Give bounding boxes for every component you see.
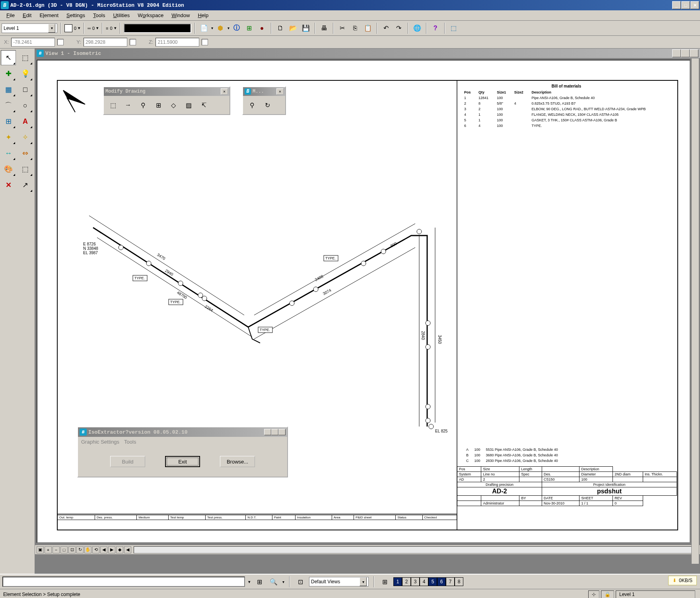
view-tab-4[interactable]: 4 xyxy=(420,577,428,586)
view-restore-button[interactable]: ❐ xyxy=(681,49,690,57)
accudraw-icon[interactable]: ⊞ xyxy=(244,23,255,34)
y-lock-checkbox[interactable] xyxy=(130,39,136,45)
view-camera-icon[interactable]: ◆ xyxy=(116,546,123,553)
dimension-tool[interactable]: ⇔ xyxy=(18,146,33,161)
new-file-icon[interactable]: 📄 xyxy=(198,23,210,34)
cells-tool[interactable]: ✦ xyxy=(1,130,16,145)
view-tab-7[interactable]: 7 xyxy=(446,577,455,586)
dropdown-icon[interactable]: ▾ xyxy=(96,25,99,31)
modify-tool-3[interactable]: ⚲ xyxy=(136,98,150,112)
redo-icon[interactable]: ↷ xyxy=(393,23,404,34)
cut-icon[interactable]: ✂ xyxy=(337,23,348,34)
build-button[interactable]: Build xyxy=(110,456,145,467)
copy-icon[interactable]: ⎘ xyxy=(350,23,361,34)
undo-icon[interactable]: ↶ xyxy=(381,23,392,34)
small-tool-1[interactable]: ⚲ xyxy=(245,98,259,112)
pattern-tool[interactable]: ▦ xyxy=(1,82,16,97)
keyin-input[interactable] xyxy=(2,577,245,587)
menu-tools[interactable]: Tools xyxy=(89,12,109,19)
view-next-icon[interactable]: ◀ xyxy=(100,546,107,553)
isoextractor-dialog[interactable]: B IsoExtractor?version 08.05.02.10 _ □ ✕… xyxy=(77,427,288,477)
modify-tool[interactable]: ↗ xyxy=(18,177,33,193)
horizontal-scrollbar[interactable] xyxy=(134,546,698,553)
z-lock-checkbox[interactable] xyxy=(202,39,208,45)
menu-utilities[interactable]: Utilities xyxy=(109,12,134,19)
view-copy-icon[interactable]: ▶ xyxy=(108,546,115,553)
x-lock-checkbox[interactable] xyxy=(57,39,64,45)
menu-workspace[interactable]: Workspace xyxy=(134,12,167,19)
menu-edit[interactable]: Edit xyxy=(19,12,35,19)
view-group-icon[interactable]: ⊡ xyxy=(295,576,306,587)
view-zoom-out-icon[interactable]: − xyxy=(52,546,60,553)
modify-tool-7[interactable]: ↸ xyxy=(197,98,210,112)
view-tool[interactable]: 💡 xyxy=(18,66,33,81)
view-tab-6[interactable]: 6 xyxy=(437,577,446,586)
view-window-area-icon[interactable]: □ xyxy=(60,546,68,553)
dialog-menu-graphic[interactable]: Graphic Settings xyxy=(81,439,119,445)
view-tab-8[interactable]: 8 xyxy=(455,577,463,586)
arc-tool[interactable]: ⌒ xyxy=(1,98,16,113)
view-group-selector[interactable]: Default Views xyxy=(309,577,369,586)
dialog-minimize-button[interactable]: _ xyxy=(264,429,271,435)
web-icon[interactable]: 🌐 xyxy=(412,23,423,34)
view-zoom-in-icon[interactable]: + xyxy=(45,546,52,553)
save-icon[interactable]: 💾 xyxy=(300,23,311,34)
change-attr-tool[interactable]: 🎨 xyxy=(1,162,16,177)
view-close-button[interactable]: ✕ xyxy=(690,49,698,57)
modify-tool-1[interactable]: ⬚ xyxy=(106,98,120,112)
measure-tool[interactable]: ↔ xyxy=(1,146,16,161)
dialog-close-button[interactable]: ✕ xyxy=(278,429,286,435)
element-selection-tool[interactable]: ↖ xyxy=(1,50,16,65)
menu-element[interactable]: Element xyxy=(35,12,62,19)
view-tab-3[interactable]: 3 xyxy=(411,577,420,586)
paste-icon[interactable]: 📋 xyxy=(362,23,373,34)
open-icon[interactable]: 📂 xyxy=(288,23,299,34)
bentley-icon[interactable]: ⬚ xyxy=(448,23,459,34)
print-icon[interactable]: 🖶 xyxy=(319,23,330,34)
polygon-tool[interactable]: □ xyxy=(18,82,33,97)
modify-tool-4[interactable]: ⊞ xyxy=(152,98,165,112)
view-render-icon[interactable]: ◀ xyxy=(124,546,131,553)
modify-tool-5[interactable]: ◇ xyxy=(167,98,180,112)
minimize-button[interactable]: _ xyxy=(672,1,681,9)
view-pan-icon[interactable]: ✋ xyxy=(84,546,91,553)
drawing-canvas[interactable]: E 8726 N 33848 EL 3987 EL 825 3470 2940 … xyxy=(37,60,690,543)
menu-help[interactable]: Help xyxy=(194,12,212,19)
small-tool-2[interactable]: ↻ xyxy=(261,98,274,112)
level-selector[interactable]: Level 1 xyxy=(2,23,57,33)
ellipse-tool[interactable]: ○ xyxy=(18,98,33,113)
view-tab-5[interactable]: 5 xyxy=(428,577,437,586)
small-palette[interactable]: B M... ✕ ⚲ ↻ xyxy=(242,86,286,115)
vertical-scrollbar[interactable] xyxy=(691,58,699,564)
dropdown-icon[interactable]: ▾ xyxy=(211,26,213,30)
window-tile-icon[interactable]: ⊞ xyxy=(379,576,390,587)
manipulate-tool[interactable]: ⬚ xyxy=(18,162,33,177)
view-tab-1[interactable]: 1 xyxy=(393,577,402,586)
snap-mode-icon[interactable]: ⊞ xyxy=(254,576,265,587)
view-rotate-icon[interactable]: ↻ xyxy=(76,546,84,553)
palette-close-icon[interactable]: ✕ xyxy=(221,88,228,95)
fence-tool[interactable]: ⬚ xyxy=(18,50,33,65)
browse-button[interactable]: Browse... xyxy=(220,456,255,467)
color-swatch[interactable] xyxy=(64,24,72,32)
menu-file[interactable]: File xyxy=(2,12,19,19)
menu-settings[interactable]: Settings xyxy=(62,12,89,19)
groups-tool[interactable]: ✧ xyxy=(18,130,33,145)
new-icon[interactable]: 🗋 xyxy=(275,23,286,34)
text-tool[interactable]: A xyxy=(18,114,33,129)
view-fit-icon[interactable]: ⊡ xyxy=(68,546,76,553)
dropdown-icon[interactable]: ▾ xyxy=(228,26,229,30)
points-tool[interactable]: ✚ xyxy=(1,66,16,81)
status-snap-icon[interactable]: ⊹ xyxy=(588,590,599,598)
palette-close-icon[interactable]: ✕ xyxy=(276,88,284,95)
tag-tool[interactable]: ⊞ xyxy=(1,114,16,129)
status-level[interactable]: Level 1 xyxy=(616,590,695,598)
maximize-button[interactable]: □ xyxy=(681,1,690,9)
keyin-icon[interactable]: ● xyxy=(257,23,268,34)
menu-window[interactable]: Window xyxy=(167,12,194,19)
help-icon[interactable]: ? xyxy=(430,23,441,34)
view-prev-icon[interactable]: ⟲ xyxy=(92,546,99,553)
dropdown-icon[interactable]: ▾ xyxy=(248,579,251,584)
dialog-menu-tools[interactable]: Tools xyxy=(124,439,136,445)
status-lock-icon[interactable]: 🔒 xyxy=(601,590,614,598)
